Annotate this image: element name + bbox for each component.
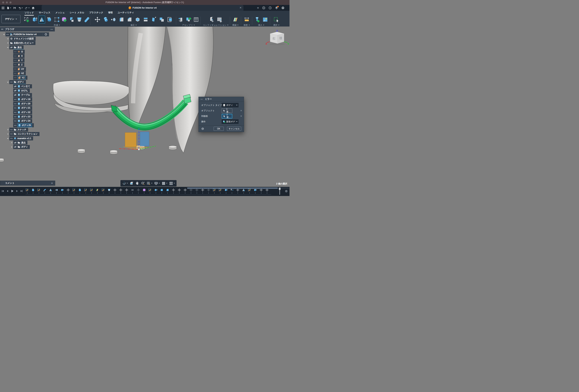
tree-item-ボディ21[interactable]: ボディ21 [13, 106, 32, 110]
visibility-eye-icon[interactable] [14, 98, 17, 101]
timeline-feature-move[interactable] [265, 188, 269, 194]
timeline-feature-move-dim[interactable] [137, 188, 140, 194]
tree-item-コンストラクション[interactable]: コンストラクション [9, 132, 39, 136]
form-button[interactable] [61, 15, 68, 24]
tree-item-ペン立て[interactable]: ペン立て [13, 84, 32, 88]
visibility-eye-icon[interactable] [14, 124, 17, 127]
ribbon-tab-6[interactable]: 管理 [108, 11, 113, 15]
timeline-feature-loft[interactable] [107, 188, 111, 194]
tree-item-ボディ23[interactable]: ボディ23 [13, 115, 32, 119]
fillet-button[interactable] [118, 15, 125, 24]
timeline-feature-move[interactable] [67, 188, 70, 194]
visibility-eye-icon[interactable] [10, 128, 13, 131]
timeline-feature-sketch[interactable] [84, 188, 87, 194]
expander-open-icon[interactable] [2, 33, 5, 35]
tree-item-XY[interactable]: XY [13, 67, 26, 71]
timeline-feature-move-dim[interactable] [189, 188, 193, 194]
timeline-feature-form[interactable] [143, 188, 146, 194]
derive-button[interactable] [177, 15, 184, 24]
visibility-eye-icon[interactable] [14, 141, 17, 144]
collapse-dialog-icon[interactable]: — [201, 98, 203, 100]
workspace-selector-button[interactable]: デザイン [1, 15, 20, 23]
grid-button[interactable] [161, 181, 167, 185]
offset-face-button[interactable] [110, 15, 117, 24]
appbar-notifications-button[interactable] [275, 6, 278, 9]
timeline-feature-move[interactable] [125, 188, 128, 194]
activate-component-radio[interactable] [43, 33, 47, 36]
timeline-feature-move[interactable] [260, 188, 263, 194]
tree-item-XZ[interactable]: XZ [13, 71, 26, 75]
visibility-eye-icon[interactable] [14, 59, 17, 62]
オブジェクト タイプ-dropdown[interactable]: ボディ [222, 103, 238, 107]
ribbon-group-label[interactable]: コンフィギュレーション [202, 24, 229, 26]
tree-item-ボディ[interactable]: ボディ [13, 145, 30, 149]
timeline-feature-move[interactable] [184, 188, 187, 194]
fastener-button[interactable] [253, 15, 261, 24]
timeline-feature-move[interactable] [113, 188, 117, 194]
measure-button[interactable] [243, 15, 250, 24]
qat-home-button[interactable] [31, 6, 35, 10]
visibility-eye-icon[interactable] [14, 107, 17, 109]
visibility-eye-icon[interactable] [10, 137, 13, 140]
clear-selection-icon[interactable]: ✕ [238, 109, 244, 112]
sketch-create-button[interactable] [23, 15, 30, 24]
tree-item-ボディ20[interactable]: ボディ20 [13, 102, 32, 106]
configure-button[interactable] [208, 15, 215, 24]
ribbon-tab-5[interactable]: プラスチック [89, 11, 103, 15]
timeline-feature-fillet[interactable] [166, 188, 169, 194]
loft-button[interactable] [76, 15, 83, 24]
shell-button[interactable] [134, 15, 141, 24]
tree-item-Z[interactable]: Z [13, 63, 24, 67]
look-at-button[interactable] [130, 181, 134, 185]
timeline-feature-extrude[interactable] [254, 188, 257, 194]
step-back-button[interactable] [6, 190, 9, 193]
visibility-eye-icon[interactable] [14, 63, 17, 66]
timeline-feature-mirror[interactable] [49, 188, 52, 194]
replace-face-button[interactable] [166, 15, 173, 24]
mirror-dialog-header[interactable]: — ミラー [199, 97, 244, 101]
close-tab-icon[interactable]: ✕ [239, 6, 242, 9]
visibility-eye-icon[interactable] [10, 46, 13, 49]
ribbon-group-label[interactable]: 選択 [271, 24, 282, 26]
timeline-feature-move[interactable] [201, 188, 204, 194]
対称面-selection-button[interactable]: 1 選... [222, 114, 232, 118]
timeline-feature-sketch[interactable] [213, 188, 216, 194]
timeline-feature-sketch[interactable] [102, 188, 105, 194]
timeline-feature-mirror[interactable] [242, 188, 245, 194]
blue-mirror-plane[interactable] [140, 132, 149, 146]
zoom-window-icon[interactable] [9, 1, 11, 3]
timeline-scrollbar-thumb[interactable] [187, 187, 278, 189]
visibility-eye-icon[interactable] [14, 115, 17, 118]
visibility-eye-icon[interactable] [6, 33, 9, 36]
appbar-add-tab-button[interactable]: + [257, 6, 259, 10]
ribbon-tab-1[interactable]: ソリッド [24, 11, 34, 15]
ribbon-group-label[interactable]: 検査 [242, 24, 251, 26]
timeline-settings-gear-icon[interactable] [285, 190, 288, 193]
skip-start-button[interactable] [1, 190, 4, 193]
操作-dropdown[interactable]: 新規ボデ... [222, 119, 238, 124]
timeline-feature-sketch[interactable] [248, 188, 251, 194]
ribbon-tab-3[interactable]: メッシュ [55, 11, 65, 15]
pipe-button[interactable] [83, 15, 90, 24]
appbar-job-status-button[interactable] [269, 6, 272, 9]
expander-closed-icon[interactable] [6, 42, 9, 44]
ribbon-tab-2[interactable]: サーフェス [39, 11, 50, 15]
tree-item-X[interactable]: X [13, 54, 24, 58]
expander-closed-icon[interactable] [6, 38, 9, 40]
qat-app-launcher-button[interactable] [1, 6, 5, 10]
clear-selection-icon[interactable]: ✕ [238, 115, 244, 117]
timeline-feature-sketch[interactable] [37, 188, 41, 194]
tree-item-テーブル[interactable]: テーブル [13, 93, 32, 97]
オブジェクト-selection-button[interactable]: 1 選... [222, 108, 232, 113]
draft-button[interactable] [150, 15, 157, 24]
timeline-feature-move-dim[interactable] [207, 188, 210, 194]
timeline-feature-fillet[interactable] [160, 188, 163, 194]
appbar-help-button[interactable]: ? [281, 6, 285, 9]
visibility-eye-icon[interactable] [14, 120, 17, 122]
move-button[interactable] [94, 15, 101, 24]
timeline-feature-sketch[interactable] [26, 188, 29, 194]
minimize-window-icon[interactable] [6, 1, 8, 3]
orbit-button[interactable] [122, 181, 128, 185]
collapse-panel-icon[interactable] [1, 28, 3, 30]
appbar-extensions-button[interactable] [262, 6, 265, 9]
